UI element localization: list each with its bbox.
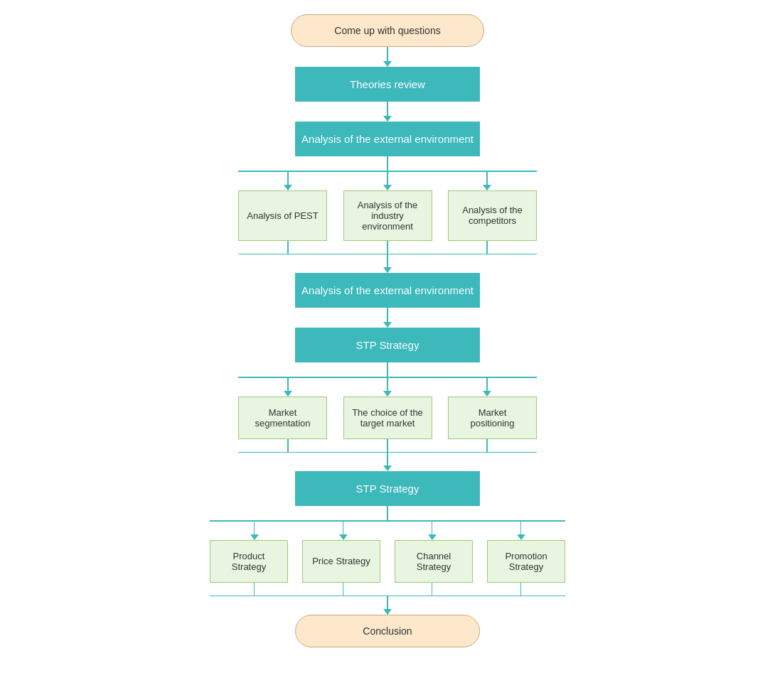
branch3-container: Product Strategy Price Strategy Channel … [174,506,601,615]
branch1-left: Analysis of PEST [238,190,327,241]
branch2-container: Market segmentation The choice of the ta… [174,362,601,471]
branch3-b2: Price Strategy [302,540,380,583]
end-node: Conclusion [295,615,480,647]
branch2-center: The choice of the target market [343,397,432,439]
external2-node: Analysis of the external environment [295,273,480,308]
branch3-b1: Product Strategy [210,540,288,583]
external1-node: Analysis of the external environment [295,122,480,156]
branch1-center: Analysis of the industry environment [343,190,432,241]
arrow-3 [383,308,392,328]
arrow-1 [383,47,392,67]
branch3-b4: Promotion Strategy [487,540,565,583]
branch3-b3: Channel Strategy [395,540,473,583]
branch2-left: Market segmentation [238,397,327,439]
flowchart: Come up with questions Theories review A… [174,14,601,647]
stp2-node: STP Strategy [295,471,480,506]
branch2-right: Market positioning [448,397,537,439]
start-node: Come up with questions [291,14,483,47]
theories-node: Theories review [295,67,480,102]
branch1-right: Analysis of the competitors [448,190,537,241]
branch1-container: Analysis of PEST Analysis of the industr… [174,156,601,273]
arrow-2 [383,102,392,122]
stp1-node: STP Strategy [295,328,480,362]
